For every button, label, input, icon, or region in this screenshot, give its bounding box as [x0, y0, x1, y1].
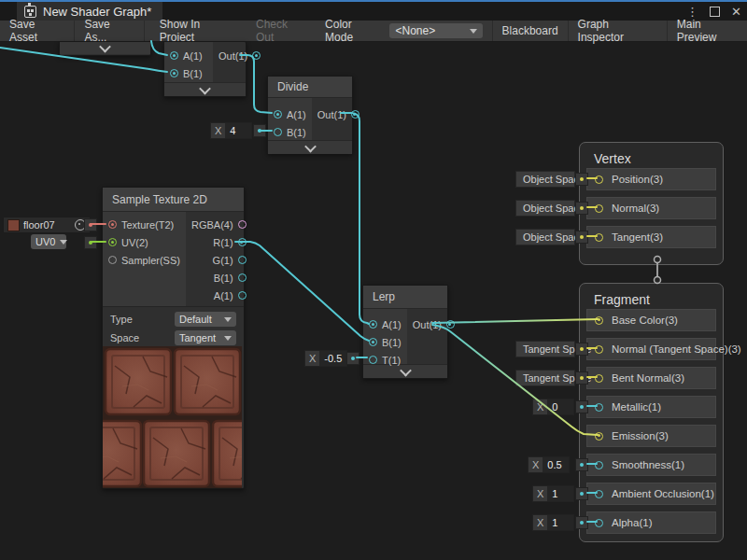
divide-b-default-port[interactable] [253, 124, 266, 137]
port-b[interactable] [238, 273, 247, 282]
field-value[interactable]: -0.5 [319, 351, 346, 366]
port-tangent[interactable] [595, 233, 603, 242]
port-texture[interactable] [108, 220, 117, 229]
node-sample-texture-2d[interactable]: Sample Texture 2D Texture(T2) UV(2) Samp… [102, 187, 245, 489]
port-lerp-a[interactable] [369, 320, 377, 329]
block-row-metallic[interactable]: Metallic(1) [586, 396, 716, 418]
normal-ts-space-box[interactable]: Tangent Space [515, 341, 575, 357]
block-row-tangent[interactable]: Tangent(3) [586, 226, 716, 248]
blackboard-button[interactable]: Blackboard [492, 21, 568, 41]
color-mode-dropdown[interactable]: <None> [389, 23, 482, 38]
row-label: Smoothness(1) [612, 459, 684, 470]
block-row-emission[interactable]: Emission(3) [586, 425, 716, 447]
block-row-smoothness[interactable]: Smoothness(1) [586, 454, 716, 476]
normal-space-box[interactable]: Object Space [515, 200, 575, 217]
bent-normal-space-box[interactable]: Tangent Space [515, 370, 575, 386]
texture-default-port[interactable] [84, 218, 97, 231]
maximize-icon[interactable] [710, 7, 720, 17]
port-a[interactable] [238, 291, 247, 300]
chevron-down-icon[interactable] [304, 140, 317, 152]
close-icon[interactable]: ✕ [731, 5, 741, 19]
lerp-t-default-port[interactable] [346, 352, 359, 365]
port-emission[interactable] [595, 432, 603, 441]
port-bent-normal[interactable] [595, 374, 603, 383]
save-as-button[interactable]: Save As... [75, 21, 144, 41]
port-r[interactable] [238, 238, 247, 246]
uv-default-port[interactable] [84, 236, 97, 249]
normal-ts-default-port[interactable] [575, 343, 588, 356]
show-in-project-button[interactable]: Show In Project [150, 21, 247, 41]
node-divide[interactable]: Divide A(1) B(1) Out(1) [267, 76, 353, 154]
port-normal[interactable] [595, 204, 603, 213]
block-row-ambient-occlusion[interactable]: Ambient Occlusion(1) [586, 483, 716, 505]
normal-default-port[interactable] [575, 202, 588, 215]
port-base-color[interactable] [595, 316, 603, 325]
field-value[interactable]: 0.5 [543, 457, 569, 472]
alpha-default-port[interactable] [575, 516, 588, 529]
chevron-down-icon[interactable] [99, 41, 111, 53]
wire-sample-r-to-lerp-b[interactable] [235, 242, 369, 341]
port-label: A(1) [287, 109, 306, 120]
field-value[interactable]: 1 [547, 515, 573, 530]
port-metallic[interactable] [595, 403, 603, 412]
port-uv[interactable] [108, 238, 117, 246]
port-add-out[interactable] [252, 51, 261, 60]
alpha-default-field[interactable]: X 1 [532, 514, 574, 531]
divide-b-default-field[interactable]: X 4 [210, 122, 252, 139]
port-add-a[interactable] [170, 51, 178, 60]
block-row-base-color[interactable]: Base Color(3) [586, 309, 716, 331]
tangent-space-box[interactable]: Object Space [515, 229, 575, 245]
ambient-occlusion-default-field[interactable]: X 1 [532, 485, 574, 502]
space-dropdown[interactable]: Tangent [175, 330, 236, 345]
smoothness-default-port[interactable] [575, 458, 588, 471]
port-g[interactable] [238, 256, 247, 264]
save-asset-button[interactable]: Save Asset [0, 21, 75, 41]
metallic-default-field[interactable]: X 0 [532, 399, 574, 415]
block-row-bent-normal[interactable]: Bent Normal(3) [586, 367, 716, 389]
block-row-alpha[interactable]: Alpha(1) [586, 511, 716, 534]
port-lerp-t[interactable] [369, 356, 377, 364]
port-divide-b[interactable] [274, 128, 282, 136]
graph-inspector-button[interactable]: Graph Inspector [568, 21, 667, 41]
ambient-occlusion-default-port[interactable] [575, 487, 588, 500]
window-menu-icon[interactable]: ⋮ [686, 5, 698, 19]
port-rgba[interactable] [238, 220, 247, 229]
position-default-port[interactable] [575, 173, 588, 186]
tangent-default-port[interactable] [575, 231, 588, 244]
port-lerp-out[interactable] [446, 320, 455, 329]
port-position[interactable] [595, 175, 603, 184]
port-divide-out[interactable] [351, 110, 359, 119]
bent-normal-default-port[interactable] [575, 371, 588, 385]
port-ambient-occlusion[interactable] [595, 490, 603, 498]
port-add-b[interactable] [170, 69, 178, 77]
uv-channel-dropdown[interactable]: UV0 [31, 234, 66, 249]
position-space-box[interactable]: Object Space [515, 171, 575, 188]
port-label: Out(1) [317, 109, 346, 120]
texture-object-field[interactable]: floor07 [3, 217, 91, 233]
port-normal-tangent-space[interactable] [595, 345, 603, 354]
metallic-default-port[interactable] [575, 400, 588, 413]
collapsed-node-partial[interactable] [59, 41, 151, 56]
port-divide-a[interactable] [274, 110, 282, 119]
port-label: T(1) [382, 355, 401, 366]
node-title: Lerp [363, 286, 447, 309]
fragment-context-block[interactable]: Fragment Base Color(3) Normal (Tangent S… [579, 283, 724, 542]
main-preview-button[interactable]: Main Preview [667, 21, 747, 41]
field-value[interactable]: 4 [225, 123, 251, 138]
node-add[interactable]: A(1) B(1) Out(1) [163, 41, 247, 97]
port-lerp-b[interactable] [369, 338, 377, 346]
node-lerp[interactable]: Lerp A(1) B(1) T(1) Out(1) [362, 285, 448, 379]
smoothness-default-field[interactable]: X 0.5 [528, 456, 570, 473]
field-value[interactable]: 0 [547, 399, 573, 414]
field-value[interactable]: 1 [547, 486, 573, 501]
port-sampler[interactable] [108, 256, 117, 264]
vertex-context-block[interactable]: Vertex Position(3) Normal(3) Tangent(3) [579, 142, 724, 265]
type-dropdown[interactable]: Default [175, 312, 236, 327]
block-row-normal[interactable]: Normal(3) [586, 197, 716, 219]
port-smoothness[interactable] [595, 461, 603, 469]
port-alpha[interactable] [595, 519, 603, 527]
block-row-normal-ts[interactable]: Normal (Tangent Space)(3) [586, 338, 716, 360]
lerp-t-default-field[interactable]: X -0.5 [304, 350, 347, 367]
block-row-position[interactable]: Position(3) [586, 168, 716, 190]
chevron-down-icon[interactable] [199, 82, 211, 94]
